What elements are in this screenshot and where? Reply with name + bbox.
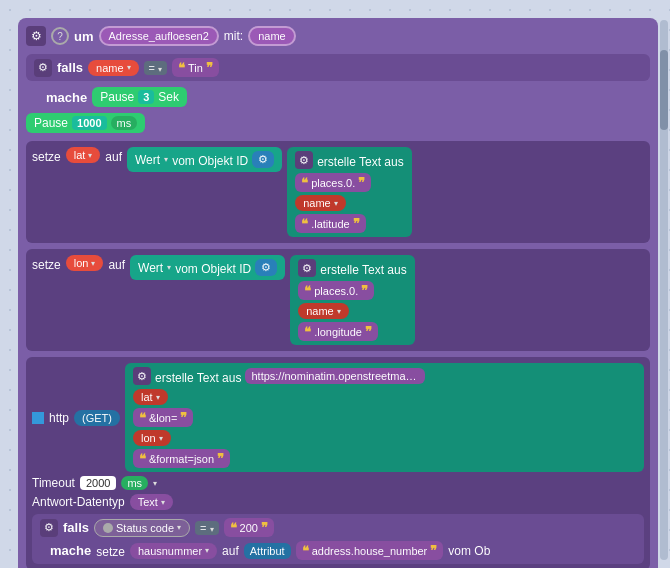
tc-item-lat-2: ❝ .latitude ❞: [295, 214, 404, 233]
gear-falls-inner[interactable]: ⚙: [40, 519, 58, 537]
pause-standalone-block: Pause 1000 ms: [26, 113, 145, 133]
var-hausnummer[interactable]: hausnummer ▾: [130, 543, 217, 559]
falls-var-name[interactable]: name ▾: [88, 60, 139, 76]
url-lon-var[interactable]: lon ▾: [133, 430, 171, 446]
url-lat-var[interactable]: lat ▾: [133, 389, 168, 405]
tc-item-lat-0: ❝ places.0. ❞: [295, 173, 404, 192]
string-tin: ❝ Tin ❞: [172, 58, 219, 77]
mache-keyword-1: mache: [46, 90, 87, 105]
text-creator-header-url: ⚙ erstelle Text aus https://nominatim.op…: [133, 367, 636, 385]
mit-label: mit:: [224, 29, 243, 43]
url-item-lon: lon ▾: [133, 430, 636, 446]
setze-lon-section: setze lon ▾ auf Wert ▾ vom Objekt ID ⚙ ⚙…: [26, 249, 650, 351]
text-creator-url: ⚙ erstelle Text aus https://nominatim.op…: [125, 363, 644, 472]
vom-ob-label: vom Ob: [448, 544, 490, 558]
status-code-pill[interactable]: Status code ▾: [94, 519, 190, 537]
falls-inner-keyword: falls: [63, 520, 89, 535]
scrollbar[interactable]: [660, 20, 668, 560]
url-base-string: https://nominatim.openstreetmap.org/reve: [245, 368, 425, 384]
dropdown-icon: ▾: [158, 65, 162, 74]
falls-keyword-1: falls: [57, 60, 83, 75]
pause-block-1: Pause 3 Sek: [92, 87, 187, 107]
setze-label-lon: setze: [32, 255, 61, 272]
gear-icon[interactable]: ⚙: [26, 26, 46, 46]
auf-label-bottom: auf: [222, 544, 239, 558]
url-item-ampersand-lon: ❝ &lon= ❞: [133, 408, 636, 427]
auf-label-lat: auf: [105, 147, 122, 164]
setze-lat-section: setze lat ▾ auf Wert ▾ vom Objekt ID ⚙ ⚙…: [26, 141, 650, 243]
tc-item-lat-1: name ▾: [295, 195, 404, 211]
prop-name-lat[interactable]: name ▾: [295, 195, 346, 211]
pause-number-1[interactable]: 3: [138, 90, 154, 104]
timeout-unit[interactable]: ms: [121, 476, 148, 490]
url-item-format: ❝ &format=json ❞: [133, 449, 636, 468]
timeout-value[interactable]: 2000: [80, 476, 116, 490]
id-pill-lon[interactable]: ⚙: [255, 259, 277, 276]
http-header-row: http (GET) ⚙ erstelle Text aus https://n…: [32, 363, 644, 472]
operator-equals-inner[interactable]: = ▾: [195, 521, 219, 535]
setze-lat-row: setze lat ▾ auf Wert ▾ vom Objekt ID ⚙ ⚙…: [32, 147, 644, 237]
workspace: ⚙ ? um Adresse_aufloesen2 mit: name ⚙ fa…: [0, 0, 670, 568]
setze-lon-row: setze lon ▾ auf Wert ▾ vom Objekt ID ⚙ ⚙…: [32, 255, 644, 345]
http-label: http: [49, 411, 69, 425]
string-latitude: ❝ .latitude ❞: [295, 214, 366, 233]
string-format-json: ❝ &format=json ❞: [133, 449, 230, 468]
ms-unit-standalone[interactable]: ms: [111, 116, 138, 130]
dropdown-icon-timeout: ▾: [153, 479, 157, 488]
gear-icon-falls1[interactable]: ⚙: [34, 59, 52, 77]
wert-block-lon: Wert ▾ vom Objekt ID ⚙: [130, 255, 285, 280]
setze-label-lat: setze: [32, 147, 61, 164]
auf-label-lon: auf: [108, 255, 125, 272]
gear-tc-lon[interactable]: ⚙: [298, 259, 316, 277]
scrollbar-thumb[interactable]: [660, 50, 668, 130]
timeout-label: Timeout: [32, 476, 75, 490]
main-block: ⚙ ? um Adresse_aufloesen2 mit: name ⚙ fa…: [18, 18, 658, 568]
address-string-pill: ❝ address.house_number ❞: [296, 541, 444, 560]
mit-value-pill[interactable]: name: [248, 26, 296, 46]
wert-block-lat: Wert ▾ vom Objekt ID ⚙: [127, 147, 282, 172]
falls-inner-block: ⚙ falls Status code ▾ = ▾ ❝ 200 ❞: [32, 514, 644, 564]
tc-item-lon-1: name ▾: [298, 303, 407, 319]
pause-standalone: Pause 1000 ms: [26, 113, 650, 133]
var-lon[interactable]: lon ▾: [66, 255, 104, 271]
id-pill-lat[interactable]: ⚙: [252, 151, 274, 168]
url-item-lat: lat ▾: [133, 389, 636, 405]
operator-equals-1[interactable]: = ▾: [144, 61, 168, 75]
gear-tc-lat[interactable]: ⚙: [295, 151, 313, 169]
antwort-label: Antwort-Datentyp: [32, 495, 125, 509]
timeout-row: Timeout 2000 ms ▾: [32, 476, 644, 490]
string-longitude: ❝ .longitude ❞: [298, 322, 378, 341]
text-creator-lon: ⚙ erstelle Text aus ❝ places.0. ❞ name: [290, 255, 415, 345]
antwort-row: Antwort-Datentyp Text ▾: [32, 494, 644, 510]
setze-label-bottom: setze: [96, 542, 125, 559]
dropdown-icon: ▾: [127, 63, 131, 72]
var-lat[interactable]: lat ▾: [66, 147, 101, 163]
mache-bottom-row: mache setze hausnummer ▾ auf Attribut ❝ …: [50, 541, 636, 560]
http-method[interactable]: (GET): [74, 410, 120, 426]
pause-number-standalone[interactable]: 1000: [72, 116, 106, 130]
mache-bottom-keyword: mache: [50, 543, 91, 558]
header-row: ⚙ ? um Adresse_aufloesen2 mit: name: [26, 26, 650, 46]
attribut-pill[interactable]: Attribut: [244, 543, 291, 559]
tc-item-lon-2: ❝ .longitude ❞: [298, 322, 407, 341]
tc-item-lon-0: ❝ places.0. ❞: [298, 281, 407, 300]
prop-name-lon[interactable]: name ▾: [298, 303, 349, 319]
string-places-lat: ❝ places.0. ❞: [295, 173, 371, 192]
mache-block-1: mache Pause 3 Sek: [46, 87, 650, 107]
text-creator-header-lon: ⚙ erstelle Text aus: [298, 259, 407, 277]
falls-inner-row: ⚙ falls Status code ▾ = ▾ ❝ 200 ❞: [40, 518, 636, 537]
text-creator-lat: ⚙ erstelle Text aus ❝ places.0. ❞ name: [287, 147, 412, 237]
http-block: http (GET) ⚙ erstelle Text aus https://n…: [26, 357, 650, 568]
falls-block-1: ⚙ falls name ▾ = ▾ ❝ Tin ❞: [26, 54, 650, 81]
variable-pill-adresse[interactable]: Adresse_aufloesen2: [99, 26, 219, 46]
um-keyword: um: [74, 29, 94, 44]
gear-tc-url[interactable]: ⚙: [133, 367, 151, 385]
question-icon[interactable]: ?: [51, 27, 69, 45]
string-places-lon: ❝ places.0. ❞: [298, 281, 374, 300]
status-circle-icon: [103, 523, 113, 533]
string-amp-lon: ❝ &lon= ❞: [133, 408, 193, 427]
http-icon: [32, 412, 44, 424]
text-creator-header-lat: ⚙ erstelle Text aus: [295, 151, 404, 169]
string-200: ❝ 200 ❞: [224, 518, 274, 537]
antwort-type-pill[interactable]: Text ▾: [130, 494, 173, 510]
